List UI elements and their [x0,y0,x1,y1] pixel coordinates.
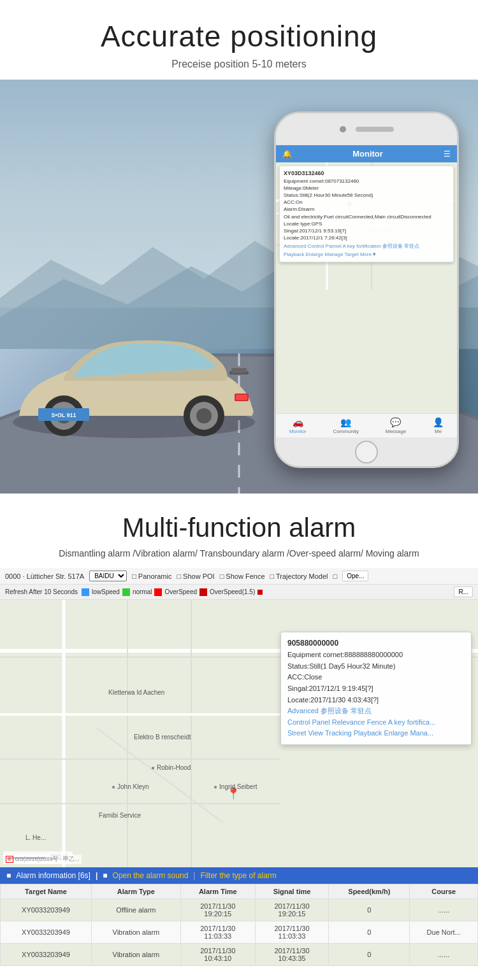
web-toolbar-row1: 0000 · Lütticher Str. 517A BAIDU □ Panor… [0,568,478,585]
svg-rect-17 [236,395,247,400]
alarm-cell-1-5: Due Nort... [410,921,478,944]
speed-legend: lowSpeed normal OverSpeed OverSpeed(1.5) [82,588,263,596]
alarm-cell-1-4: 0 [329,921,410,944]
app-header: 🔔 Monitor ☰ [276,145,457,162]
web-links-3[interactable]: Street View Tracking Playback Enlarge Ma… [287,728,465,739]
phone-mockup: 🔔 Monitor ☰ Hans Sc [274,111,459,468]
place-famibi: Famibi Service [99,812,141,819]
singal-info: Singal:2017/12/1 9:53:19[7] [284,227,449,234]
show-poi-checkbox-label[interactable]: □ Show POI [177,572,214,580]
monitor-icon: 🚗 [293,417,303,427]
message-icon: 💬 [390,417,401,427]
web-toolbar-row2: Refresh After 10 Seconds lowSpeed normal… [0,585,478,600]
place-lhe: L. He... [25,834,46,841]
map-provider-select[interactable]: BAIDU [89,571,127,581]
alarm-cell-0-1: Offline alarm [92,899,181,921]
web-map-info-popup: 905880000000 Equipment cornet:8888888800… [280,632,472,745]
svg-text:S•OL 911: S•OL 911 [51,412,76,418]
tab-monitor[interactable]: 🚗 Monitor [289,417,307,434]
alarm-cell-1-3: 2017/11/30 11:03:33 [255,921,328,944]
overspeed-dot [154,588,162,596]
open-button[interactable]: Ope... [342,571,368,581]
copyright-icon: © [6,856,13,863]
tab-community[interactable]: 👥 Community [333,417,358,434]
mileage: Mileage:0Meter [284,185,449,192]
tab-me-label: Me [435,429,442,434]
alarm-table: Target Name Alarm Type Alarm Time Signal… [0,884,478,966]
action-links-1[interactable]: Advanced Control Pannel A key fortificat… [284,243,449,250]
col-course: Course [410,884,478,899]
alarm-bracket-open: ■ [6,871,11,880]
show-fence-checkbox-label[interactable]: □ Show Fence [220,572,265,580]
alarm-cell-0-0: XY0033203949 [1,899,92,921]
phone-screen: 🔔 Monitor ☰ Hans Sc [276,145,457,437]
alarm-separator: | [193,871,195,880]
web-device-id: 905880000000 [287,637,465,650]
alarm-table-row: XY0033203949Offline alarm2017/11/30 19:2… [1,899,478,921]
tab-me[interactable]: 👤 Me [433,417,444,434]
svg-point-13 [196,408,212,423]
web-status: Status:Still(1 Day5 Hour32 Minute) [287,661,465,672]
tab-message-label: Message [386,429,406,434]
alarm-cell-1-0: XY0033203949 [1,921,92,944]
refresh-button[interactable]: R... [454,586,473,597]
alarm-cell-2-0: XY0033203949 [1,944,92,966]
low-speed-label: lowSpeed [92,588,120,595]
refresh-label: Refresh After 10 Seconds [5,588,78,595]
ingrid-pin: ● [214,783,217,790]
section2-title: Multi-function alarm [13,513,465,543]
phone-bottom-bar [276,437,457,466]
alarm-cell-1-1: Vibration alarm [92,921,181,944]
alarm-header-label: Alarm information [6s] [16,871,91,880]
section1-subtitle: Preceise position 5-10 meters [13,59,465,70]
phone-tab-bar: 🚗 Monitor 👥 Community 💬 Message 👤 Me [276,413,457,437]
tab-community-label: Community [333,429,358,434]
web-links-2[interactable]: Control Panel Relevance Fence A key fort… [287,717,465,728]
col-signal-time: Signal time [255,884,328,899]
alarm-table-row: XY0033203949Vibration alarm2017/11/30 11… [1,921,478,944]
device-id: XY03D3132460 [284,169,449,178]
phone-camera [340,126,346,132]
open-alarm-sound-link[interactable]: Open the alarm sound [113,871,189,880]
web-links-1[interactable]: Advanced 参照设备 常驻点 [287,706,465,717]
alarm-cell-2-3: 2017/11/30 10:43:35 [255,944,328,966]
phone-home-button[interactable] [355,441,378,464]
alarm-cell-0-2: 2017/11/30 19:20:15 [180,899,255,921]
web-map-container: 0000 · Lütticher Str. 517A BAIDU □ Panor… [0,568,478,966]
phone-top-bar [276,113,457,145]
alarm-table-header-row: Target Name Alarm Type Alarm Time Signal… [1,884,478,899]
place-johnkleyn: ● John Kleyn [112,783,149,790]
alarm-sound-icon: ■ [103,871,107,880]
section1-title: Accurate positioning [13,19,465,53]
place-robinhood: ● Robin-Hood [151,764,191,771]
alarm-cell-0-4: 0 [329,899,410,921]
normal-dot [122,588,130,596]
trajectory-model-checkbox-label[interactable]: □ Trajectory Model [270,572,328,580]
web-acc: ACC:Close [287,672,465,683]
robinhood-pin: ● [151,764,155,771]
svg-rect-7 [231,368,247,373]
oil-status: Oil and electricity:Fuel circuitConnecte… [284,213,449,220]
web-singal: Singal:2017/12/1 9:19:45[?] [287,683,465,695]
community-icon: 👥 [340,417,351,427]
filter-alarm-link[interactable]: Filter the type of alarm [200,871,276,880]
section2-header: Multi-function alarm Dismantling alarm /… [0,494,478,568]
web-locate: Locate:2017/11/30 4:03:43[?] [287,695,465,706]
status: Status:Still(2 Hour30 Minute58 Second) [284,192,449,199]
action-links-2[interactable]: Playback Enlarge Manage Target More▼ [284,251,449,258]
panoramic-checkbox-label[interactable]: □ Panoramic [132,572,171,580]
menu-icon: ☰ [444,150,451,159]
acc: ACC:On [284,199,449,206]
hero-area: S•OL 911 🔔 Monitor ☰ [0,80,478,494]
equipment-cornet: Equipment cornet:087073132460 [284,178,449,185]
place-ingrid: ● Ingrid Seibert [214,783,257,790]
me-icon: 👤 [433,417,444,427]
notification-icon: 🔔 [282,150,292,159]
section1-header: Accurate positioning Preceise position 5… [0,0,478,80]
tab-message[interactable]: 💬 Message [386,417,406,434]
web-map-background: 📍 Kletterwa ld Aachen Elektro B renschei… [0,600,478,867]
locate-time: Locate:2017/12/1 7:26:42[3] [284,234,449,241]
col-alarm-type: Alarm Type [92,884,181,899]
alarm-cell-0-5: ...... [410,899,478,921]
overspeed15-label: OverSpeed(1.5) [210,588,255,595]
